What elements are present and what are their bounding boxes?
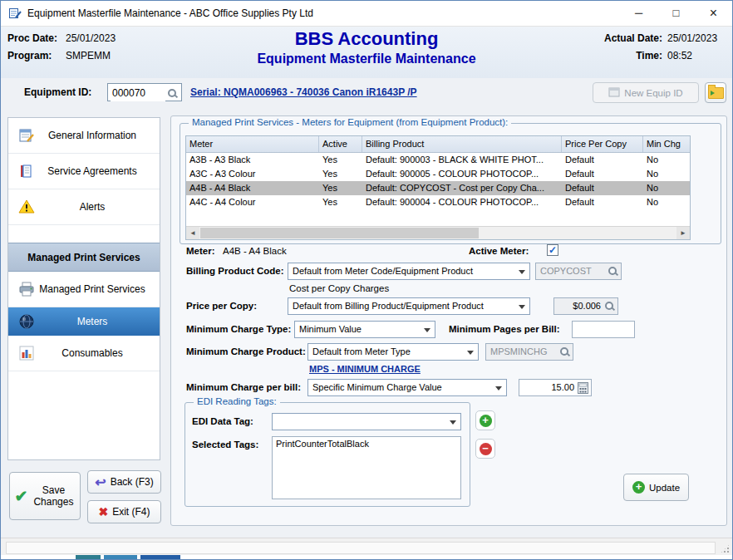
- sidebar-item-label: Service Agreements: [31, 165, 136, 177]
- add-tag-button[interactable]: +: [475, 410, 495, 430]
- remove-tag-button[interactable]: −: [475, 439, 495, 459]
- table-row[interactable]: A4C - A4 Colour Yes Default: 900004 - CO…: [186, 195, 690, 209]
- sidebar-item-label: Alerts: [63, 201, 106, 213]
- sidebar-item-general-information[interactable]: General Information: [8, 118, 160, 154]
- search-icon[interactable]: [167, 88, 178, 99]
- billing-product-code-field[interactable]: COPYCOST: [535, 263, 622, 280]
- actual-date-value: 25/01/2023: [667, 32, 724, 44]
- meter-value: A4B - A4 Black: [223, 246, 287, 256]
- column-header-billing-product[interactable]: Billing Product: [362, 136, 562, 152]
- sidebar-spacer: [8, 225, 160, 243]
- minimum-pages-input[interactable]: [572, 321, 635, 338]
- selected-tags-listbox[interactable]: PrintCounterTotalBlack: [272, 436, 461, 499]
- edi-data-tag-dropdown[interactable]: [272, 413, 461, 430]
- sidebar-item-label: General Information: [32, 130, 136, 141]
- cell-billing: Default: 900003 - BLACK & WHITE PHOT...: [362, 153, 562, 167]
- column-header-min-chg[interactable]: Min Chg: [643, 136, 690, 152]
- sidebar-item-managed-print-services[interactable]: Managed Print Services: [8, 272, 160, 307]
- status-field: [6, 542, 716, 554]
- calculator-icon[interactable]: [578, 382, 588, 396]
- minimum-charge-type-dropdown[interactable]: Minimum Value: [294, 321, 435, 338]
- update-button[interactable]: + Update: [623, 474, 689, 501]
- search-icon[interactable]: [559, 346, 570, 357]
- actual-date-label: Actual Date:: [604, 32, 662, 44]
- sidebar-item-meters[interactable]: Meters: [8, 307, 160, 336]
- serial-link[interactable]: Serial: NQMA006963 - 740036 Canon iR1643…: [190, 86, 417, 98]
- equipment-id-label: Equipment ID:: [24, 86, 91, 98]
- bar-chart-icon: [18, 345, 35, 361]
- price-per-copy-mode-dropdown[interactable]: Default from Billing Product/Equipment P…: [288, 297, 530, 315]
- taskbar-fragment: [104, 555, 137, 559]
- new-equip-icon: [608, 87, 620, 99]
- equipment-id-input[interactable]: [111, 85, 165, 101]
- column-header-active[interactable]: Active: [319, 136, 362, 152]
- minus-icon: −: [480, 443, 492, 455]
- resize-grip[interactable]: [720, 543, 731, 554]
- horizontal-scrollbar[interactable]: ◄ ►: [186, 226, 690, 239]
- app-icon: [8, 7, 22, 20]
- scroll-right-icon[interactable]: ►: [676, 227, 690, 239]
- search-icon[interactable]: [608, 266, 618, 277]
- minimize-button[interactable]: ─: [620, 1, 657, 26]
- sidebar-item-consumables[interactable]: Consumables: [8, 336, 160, 371]
- billing-product-mode-value: Default from Meter Code/Equipment Produc…: [293, 266, 473, 276]
- table-row[interactable]: A3C - A3 Colour Yes Default: 900005 - CO…: [186, 167, 690, 181]
- plus-icon: +: [480, 415, 492, 427]
- meter-label: Meter:: [186, 246, 215, 256]
- column-header-price-per-copy[interactable]: Price Per Copy: [562, 136, 643, 152]
- cell-price: Default: [562, 195, 643, 209]
- table-row[interactable]: A3B - A3 Black Yes Default: 900003 - BLA…: [186, 153, 690, 167]
- table-header: Meter Active Billing Product Price Per C…: [186, 136, 690, 153]
- cell-min: No: [643, 153, 690, 167]
- cell-billing: Default: 900005 - COLOUR PHOTOCOP...: [362, 167, 562, 181]
- new-equip-id-button[interactable]: New Equip ID: [593, 82, 699, 103]
- price-per-copy-label: Price per Copy:: [186, 301, 257, 311]
- price-per-copy-field[interactable]: $0.006: [553, 297, 618, 315]
- save-changes-button[interactable]: ✔ Save Changes: [9, 472, 81, 520]
- minimum-charge-per-bill-field[interactable]: 15.00: [519, 379, 592, 396]
- time-value: 08:52: [667, 50, 724, 61]
- active-meter-checkbox[interactable]: ✓: [547, 244, 558, 256]
- price-per-copy-value: $0.006: [573, 301, 601, 311]
- taskbar-sliver: [1, 555, 732, 559]
- status-bar: [1, 538, 732, 556]
- equipment-id-field[interactable]: [107, 83, 182, 101]
- search-icon[interactable]: [604, 301, 615, 312]
- billing-product-mode-dropdown[interactable]: Default from Meter Code/Equipment Produc…: [288, 263, 530, 280]
- cell-meter: A4C - A4 Colour: [186, 195, 319, 209]
- minimum-charge-product-dropdown[interactable]: Default from Meter Type: [307, 343, 479, 361]
- exit-button[interactable]: ✖ Exit (F4): [87, 500, 161, 523]
- sidebar-section-managed-print-services[interactable]: Managed Print Services: [8, 243, 160, 272]
- sidebar-item-alerts[interactable]: Alerts: [8, 189, 160, 225]
- meters-panel: Managed Print Services - Meters for Equi…: [170, 115, 727, 526]
- minimum-charge-per-bill-dropdown[interactable]: Specific Minimum Charge Value: [307, 379, 507, 396]
- minimum-charge-product-field[interactable]: MPSMINCHG: [485, 343, 573, 361]
- check-icon: ✔: [15, 487, 28, 506]
- header: Proc Date:25/01/2023 Program:SMPEMM BBS …: [1, 27, 732, 78]
- back-button[interactable]: ↩ Back (F3): [87, 470, 161, 494]
- book-icon: [18, 163, 35, 179]
- scrollbar-thumb[interactable]: [200, 228, 479, 238]
- open-folder-button[interactable]: [705, 82, 726, 103]
- cell-active: Yes: [319, 167, 362, 181]
- cell-active: Yes: [319, 181, 362, 195]
- minimum-charge-type-label: Minimum Charge Type:: [186, 324, 291, 334]
- table-body: A3B - A3 Black Yes Default: 900003 - BLA…: [186, 153, 690, 226]
- back-label: Back (F3): [111, 476, 154, 488]
- title-bar: Equipment Masterfile Maintenance - ABC O…: [1, 1, 732, 27]
- sidebar-item-service-agreements[interactable]: Service Agreements: [8, 154, 160, 189]
- sidebar-item-label: Managed Print Services: [22, 283, 145, 295]
- price-per-copy-mode-value: Default from Billing Product/Equipment P…: [293, 301, 484, 311]
- maximize-button[interactable]: □: [657, 1, 695, 26]
- mps-minimum-charge-link[interactable]: MPS - MINIMUM CHARGE: [309, 364, 421, 374]
- column-header-meter[interactable]: Meter: [186, 136, 319, 152]
- scroll-left-icon[interactable]: ◄: [186, 227, 199, 239]
- billing-product-code-value: COPYCOST: [540, 266, 592, 276]
- list-item[interactable]: PrintCounterTotalBlack: [273, 437, 460, 450]
- cell-active: Yes: [319, 195, 362, 209]
- plus-icon: +: [632, 481, 645, 494]
- table-row-selected[interactable]: A4B - A4 Black Yes Default: COPYCOST - C…: [186, 181, 690, 195]
- close-button[interactable]: ×: [695, 1, 732, 26]
- back-arrow-icon: ↩: [95, 474, 106, 490]
- edi-reading-tags-group: EDI Reading Tags: EDI Data Tag: Selected…: [184, 402, 470, 507]
